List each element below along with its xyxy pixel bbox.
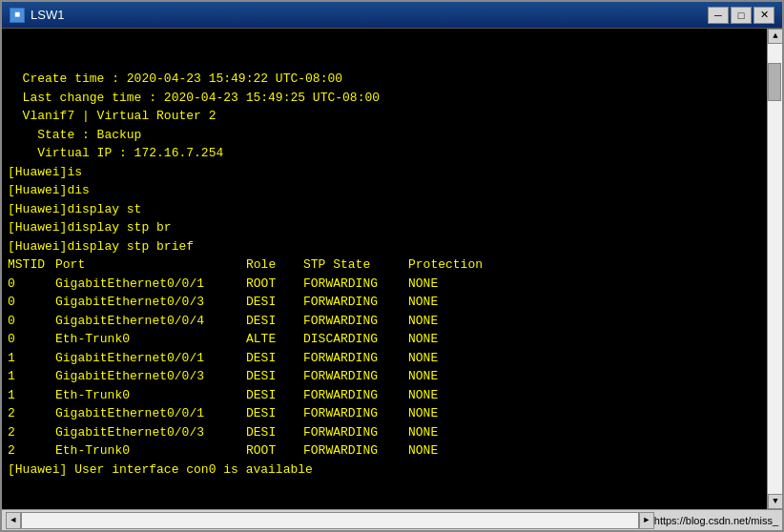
terminal-line: Virtual IP : 172.16.7.254 [8,144,761,163]
table-row: 1 GigabitEthernet0/0/3 DESI FORWARDING N… [8,367,761,386]
cell-stp-state: FORWARDING [303,441,408,460]
scroll-down-button[interactable]: ▼ [768,494,782,509]
table-row: 2 GigabitEthernet0/0/1 DESI FORWARDING N… [8,404,761,423]
close-button[interactable]: ✕ [753,7,774,24]
window-icon: ■ [10,8,25,23]
scroll-thumb[interactable] [768,63,781,101]
cell-stp-state: FORWARDING [303,386,408,405]
cell-role: DESI [246,386,303,405]
cell-mstid: 2 [8,404,55,423]
table-row: 2 GigabitEthernet0/0/3 DESI FORWARDING N… [8,423,761,442]
terminal-output[interactable]: Create time : 2020-04-23 15:49:22 UTC-08… [2,29,767,509]
terminal-line: Last change time : 2020-04-23 15:49:25 U… [8,89,761,108]
cell-port: GigabitEthernet0/0/1 [55,275,246,294]
cell-stp-state: FORWARDING [303,293,408,312]
cell-port: Eth-Trunk0 [55,330,246,349]
cell-protection: NONE [408,349,485,368]
status-url: https://blog.csdn.net/miss_ [654,515,778,526]
vertical-scrollbar[interactable]: ▲ ▼ [767,29,782,509]
scroll-track[interactable] [768,44,782,494]
scroll-left-button[interactable]: ◄ [6,512,21,529]
table-row: 1 GigabitEthernet0/0/1 DESI FORWARDING N… [8,349,761,368]
maximize-button[interactable]: □ [731,7,752,24]
cell-mstid: 2 [8,441,55,460]
cell-stp-state: FORWARDING [303,349,408,368]
cell-stp-state: DISCARDING [303,330,408,349]
cell-port: Eth-Trunk0 [55,386,246,405]
cell-mstid: 1 [8,349,55,368]
cell-role: DESI [246,404,303,423]
cell-role: DESI [246,423,303,442]
status-left: ◄ ► [6,512,654,529]
cell-role: DESI [246,312,303,331]
table-row: 0 GigabitEthernet0/0/1 ROOT FORWARDING N… [8,275,761,294]
cell-mstid: 2 [8,423,55,442]
terminal-line: Create time : 2020-04-23 15:49:22 UTC-08… [8,70,761,89]
table-row: 1 Eth-Trunk0 DESI FORWARDING NONE [8,386,761,405]
cell-mstid: 1 [8,386,55,405]
terminal-line: Vlanif7 | Virtual Router 2 [8,107,761,126]
cell-role: ROOT [246,275,303,294]
terminal-line: [Huawei]is [8,163,761,182]
table-row: 0 Eth-Trunk0 ALTE DISCARDING NONE [8,330,761,349]
cell-role: DESI [246,367,303,386]
cell-port: GigabitEthernet0/0/3 [55,367,246,386]
cell-port: GigabitEthernet0/0/3 [55,423,246,442]
cell-stp-state: FORWARDING [303,367,408,386]
status-bar: ◄ ► https://blog.csdn.net/miss_ [2,509,782,530]
cell-port: Eth-Trunk0 [55,441,246,460]
cell-mstid: 0 [8,330,55,349]
cell-protection: NONE [408,275,485,294]
col-role-header: Role [246,256,303,275]
minimize-button[interactable]: ─ [708,7,729,24]
col-protection-header: Protection [408,256,485,275]
cell-mstid: 1 [8,367,55,386]
content-area: Create time : 2020-04-23 15:49:22 UTC-08… [2,29,782,509]
cell-port: GigabitEthernet0/0/3 [55,293,246,312]
scroll-right-button[interactable]: ► [639,512,654,529]
terminal-line: State : Backup [8,126,761,145]
cell-stp-state: FORWARDING [303,312,408,331]
table-row: 2 Eth-Trunk0 ROOT FORWARDING NONE [8,441,761,460]
cell-protection: NONE [408,330,485,349]
cell-protection: NONE [408,404,485,423]
col-port-header: Port [55,256,246,275]
cell-stp-state: FORWARDING [303,423,408,442]
cell-protection: NONE [408,386,485,405]
cell-role: DESI [246,293,303,312]
window-title: LSW1 [31,8,708,22]
terminal-line: [Huawei]dis [8,181,761,200]
horizontal-track[interactable] [21,512,639,529]
cell-mstid: 0 [8,275,55,294]
cell-mstid: 0 [8,312,55,331]
cell-stp-state: FORWARDING [303,275,408,294]
main-window: ■ LSW1 ─ □ ✕ Create time : 2020-04-23 15… [0,0,784,532]
cell-protection: NONE [408,423,485,442]
cell-stp-state: FORWARDING [303,404,408,423]
cell-role: ALTE [246,330,303,349]
window-controls: ─ □ ✕ [708,7,774,24]
cell-port: GigabitEthernet0/0/1 [55,404,246,423]
cell-port: GigabitEthernet0/0/4 [55,312,246,331]
cell-port: GigabitEthernet0/0/1 [55,349,246,368]
cell-protection: NONE [408,293,485,312]
table-header: MSTIDPort Role STP State Protection [8,256,761,275]
cell-role: ROOT [246,441,303,460]
table-row: 0 GigabitEthernet0/0/4 DESI FORWARDING N… [8,312,761,331]
cell-role: DESI [246,349,303,368]
table-row: 0 GigabitEthernet0/0/3 DESI FORWARDING N… [8,293,761,312]
cell-protection: NONE [408,441,485,460]
scroll-up-button[interactable]: ▲ [768,29,782,44]
col-mstid-header: MSTID [8,256,55,275]
cell-mstid: 0 [8,293,55,312]
terminal-line: [Huawei]display stp br [8,218,761,237]
cell-protection: NONE [408,367,485,386]
terminal-line: [Huawei]display st [8,200,761,219]
title-bar: ■ LSW1 ─ □ ✕ [2,2,782,29]
terminal-footer: [Huawei] User interface con0 is availabl… [8,460,761,480]
terminal-line: [Huawei]display stp brief [8,237,761,256]
col-stp-header: STP State [303,256,408,275]
cell-protection: NONE [408,312,485,331]
